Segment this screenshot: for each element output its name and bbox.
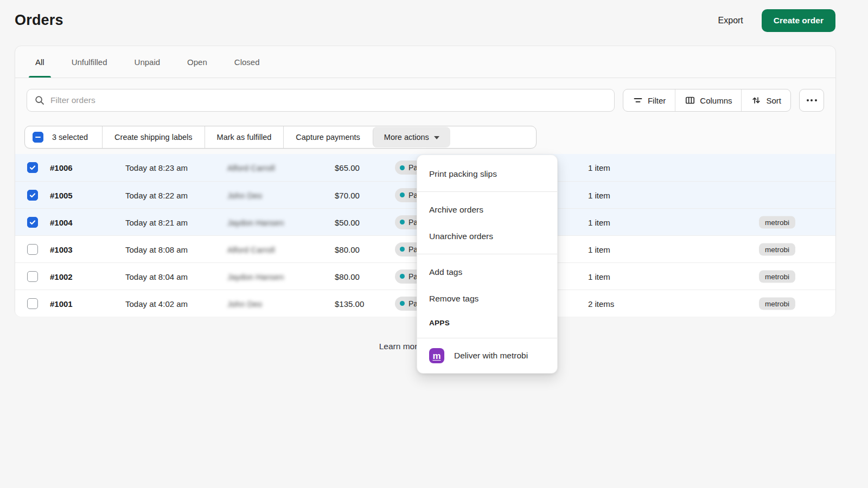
create-order-button[interactable]: Create order — [762, 9, 835, 32]
order-number: #1003 — [50, 245, 73, 254]
order-number: #1004 — [50, 217, 73, 227]
order-total: $65.00 — [335, 163, 360, 172]
order-tag-badge: metrobi — [759, 270, 795, 282]
sort-icon — [751, 95, 762, 106]
row-checkbox[interactable] — [27, 217, 38, 228]
order-date: Today at 8:08 am — [125, 245, 188, 254]
search-icon — [34, 95, 45, 106]
order-total: $135.00 — [335, 299, 364, 308]
tab-all[interactable]: All — [29, 46, 51, 78]
items-count: 1 item — [588, 217, 610, 227]
payment-status-dot-icon — [400, 247, 405, 252]
check-icon — [29, 164, 36, 171]
order-total: $70.00 — [335, 190, 360, 200]
columns-icon — [685, 95, 695, 106]
tab-closed[interactable]: Closed — [228, 46, 266, 78]
search-box[interactable] — [27, 89, 615, 112]
order-number: #1001 — [50, 299, 73, 308]
customer-name: Alford Carroll — [227, 245, 275, 254]
header-actions: Export Create order — [718, 9, 835, 32]
order-number: #1005 — [50, 190, 73, 200]
columns-button[interactable]: Columns — [675, 89, 741, 111]
menu-item-archive-orders[interactable]: Archive orders — [417, 196, 557, 223]
more-actions-button[interactable]: More actions — [373, 127, 450, 147]
tab-unfulfilled[interactable]: Unfulfilled — [65, 46, 114, 78]
menu-item-print-packing-slips[interactable]: Print packing slips — [417, 160, 557, 187]
menu-item-unarchive-orders[interactable]: Unarchive orders — [417, 223, 557, 249]
payment-status-dot-icon — [400, 274, 405, 279]
bulk-action-bar: 3 selected Create shipping labelsMark as… — [24, 126, 537, 149]
customer-name: Jaydon Hansen — [227, 217, 284, 227]
order-date: Today at 8:21 am — [125, 217, 188, 227]
items-count: 1 item — [588, 163, 610, 172]
row-checkbox[interactable] — [27, 190, 38, 201]
payment-status-dot-icon — [400, 192, 405, 197]
items-count: 1 item — [588, 245, 610, 254]
items-count: 2 items — [588, 299, 614, 308]
order-date: Today at 4:02 am — [125, 299, 188, 308]
row-checkbox[interactable] — [27, 271, 38, 282]
mark-as-fulfilled-button[interactable]: Mark as fulfilled — [205, 126, 284, 148]
row-checkbox[interactable] — [27, 244, 38, 255]
capture-payments-button[interactable]: Capture payments — [283, 126, 372, 148]
order-tag-badge: metrobi — [759, 216, 795, 228]
menu-item-deliver-with-metrobi[interactable]: m Deliver with metrobi — [417, 343, 557, 369]
order-date: Today at 8:04 am — [125, 272, 188, 281]
tab-open[interactable]: Open — [181, 46, 214, 78]
payment-status-dot-icon — [400, 220, 405, 224]
order-date: Today at 8:22 am — [125, 190, 188, 200]
sort-button[interactable]: Sort — [741, 89, 790, 111]
more-options-button[interactable] — [799, 89, 824, 112]
select-all-checkbox[interactable] — [33, 132, 43, 143]
order-number: #1006 — [50, 163, 73, 172]
tab-unpaid[interactable]: Unpaid — [128, 46, 167, 78]
selected-count: 3 selected — [52, 133, 88, 142]
row-checkbox[interactable] — [27, 162, 38, 173]
filter-toolbar: Filter Columns Sort — [15, 78, 835, 123]
order-date: Today at 8:23 am — [125, 163, 188, 172]
sort-button-label: Sort — [766, 96, 781, 105]
page-header: Orders Export Create order — [0, 0, 868, 39]
menu-divider — [417, 338, 557, 338]
filter-button-label: Filter — [648, 96, 666, 105]
row-checkbox[interactable] — [27, 298, 38, 309]
order-total: $80.00 — [335, 245, 360, 254]
more-actions-label: More actions — [384, 133, 429, 142]
order-tag-badge: metrobi — [759, 297, 795, 310]
view-controls: Filter Columns Sort — [623, 89, 791, 112]
more-actions-menu: Print packing slipsArchive ordersUnarchi… — [417, 155, 558, 374]
chevron-down-icon — [434, 136, 439, 139]
search-input[interactable] — [50, 95, 607, 105]
ellipsis-icon — [807, 99, 809, 101]
check-icon — [29, 219, 36, 226]
menu-divider — [417, 191, 557, 192]
filter-button[interactable]: Filter — [623, 89, 675, 111]
payment-status-dot-icon — [400, 165, 405, 170]
page-title: Orders — [15, 12, 63, 29]
menu-section-heading-apps: APPS — [417, 312, 557, 333]
items-count: 1 item — [588, 190, 610, 200]
tab-bar: AllUnfulfilledUnpaidOpenClosed — [15, 46, 835, 78]
check-icon — [29, 191, 36, 199]
export-button[interactable]: Export — [718, 16, 743, 25]
payment-status-dot-icon — [400, 301, 405, 306]
metrobi-app-icon: m — [429, 348, 444, 363]
order-number: #1002 — [50, 272, 73, 281]
order-tag-badge: metrobi — [759, 243, 795, 255]
menu-divider — [417, 254, 557, 254]
bulk-selected: 3 selected — [25, 126, 102, 148]
customer-name: John Deo — [227, 190, 262, 200]
menu-item-add-tags[interactable]: Add tags — [417, 259, 557, 285]
columns-button-label: Columns — [700, 96, 732, 105]
menu-item-remove-tags[interactable]: Remove tags — [417, 285, 557, 312]
customer-name: Alford Carroll — [227, 163, 275, 172]
customer-name: Jaydon Hansen — [227, 272, 284, 281]
filter-icon — [633, 95, 643, 106]
items-count: 1 item — [588, 272, 610, 281]
create-shipping-labels-button[interactable]: Create shipping labels — [102, 126, 204, 148]
order-total: $50.00 — [335, 217, 360, 227]
order-total: $80.00 — [335, 272, 360, 281]
customer-name: John Deo — [227, 299, 262, 308]
